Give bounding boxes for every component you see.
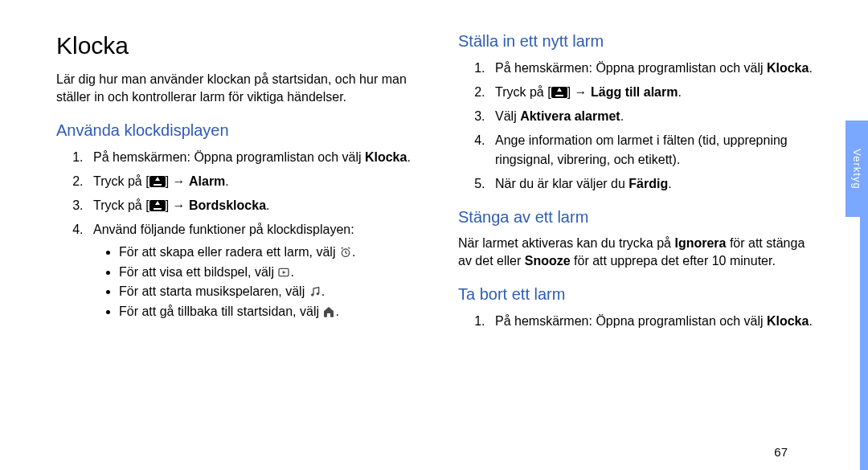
list-item: Använd följande funktioner på klockdispl… <box>87 220 418 322</box>
paragraph: När larmet aktiveras kan du trycka på Ig… <box>458 235 820 271</box>
text: För att visa ett bildspel, välj <box>119 265 277 279</box>
list-item: Ange information om larmet i fälten (tid… <box>489 131 820 170</box>
slideshow-icon <box>277 266 290 279</box>
bold-text: Ignorera <box>674 236 726 250</box>
text: . <box>352 245 355 259</box>
text: På hemskärmen: Öppna programlistan och v… <box>495 314 767 328</box>
section-heading: Ställa in ett nytt larm <box>458 32 820 51</box>
step-list: På hemskärmen: Öppna programlistan och v… <box>458 59 820 194</box>
text: . <box>290 265 293 279</box>
list-item: För att starta musikspelaren, välj . <box>119 282 418 302</box>
text: Tryck på [ <box>93 174 149 188</box>
svg-point-4 <box>316 292 318 295</box>
text: På hemskärmen: Öppna programlistan och v… <box>93 150 365 164</box>
bold-text: Alarm <box>189 174 225 188</box>
text: Tryck på [ <box>495 85 551 99</box>
side-tab: Verktyg <box>845 121 868 217</box>
text: . <box>620 109 624 123</box>
text: ] → <box>166 174 189 188</box>
text: . <box>809 314 812 328</box>
section-heading: Använda klockdisplayen <box>56 121 418 140</box>
list-item: På hemskärmen: Öppna programlistan och v… <box>87 148 418 167</box>
section-heading: Stänga av ett larm <box>458 208 820 227</box>
list-item: När du är klar väljer du Färdig. <box>489 174 820 194</box>
svg-point-3 <box>311 294 313 296</box>
page-number: 67 <box>774 445 788 459</box>
text: . <box>225 174 228 188</box>
list-item: På hemskärmen: Öppna programlistan och v… <box>489 312 820 331</box>
text: För att gå tillbaka till startsidan, väl… <box>119 304 322 318</box>
text: . <box>678 85 681 99</box>
text: När larmet aktiveras kan du trycka på <box>458 236 674 250</box>
bullet-list: För att skapa eller radera ett larm, väl… <box>93 243 418 322</box>
step-list: På hemskärmen: Öppna programlistan och v… <box>458 312 820 331</box>
text: När du är klar väljer du <box>495 177 628 190</box>
bold-text: Lägg till alarm <box>591 85 678 99</box>
section-heading: Ta bort ett larm <box>458 285 820 304</box>
bold-text: Bordsklocka <box>189 198 266 212</box>
list-item: För att visa ett bildspel, välj . <box>119 263 418 283</box>
step-list: På hemskärmen: Öppna programlistan och v… <box>56 148 418 322</box>
bold-text: Klocka <box>767 61 809 75</box>
text: Välj <box>495 109 520 123</box>
right-column: Ställa in ett nytt larm På hemskärmen: Ö… <box>458 32 820 454</box>
text: för att upprepa det efter 10 minuter. <box>571 254 776 268</box>
text: För att skapa eller radera ett larm, väl… <box>119 245 339 259</box>
side-tab-label: Verktyg <box>851 149 863 189</box>
text: ] → <box>166 198 189 212</box>
text: Använd följande funktioner på klockdispl… <box>93 223 354 236</box>
text: . <box>266 198 269 212</box>
svg-marker-2 <box>283 271 286 274</box>
text: . <box>321 284 325 298</box>
list-item: För att gå tillbaka till startsidan, väl… <box>119 302 418 322</box>
left-column: Klocka Lär dig hur man använder klockan … <box>56 32 418 454</box>
list-item: Tryck på [] → Bordsklocka. <box>87 196 418 215</box>
bold-text: Klocka <box>365 150 407 164</box>
music-icon <box>309 285 321 298</box>
document-page: Klocka Lär dig hur man använder klockan … <box>0 0 868 470</box>
home-icon <box>322 305 335 318</box>
menu-icon <box>149 176 166 187</box>
list-item: Tryck på [] → Alarm. <box>87 172 418 191</box>
page-title: Klocka <box>56 32 418 59</box>
intro-text: Lär dig hur man använder klockan på star… <box>56 71 418 107</box>
menu-icon <box>149 200 166 211</box>
text: . <box>668 177 671 190</box>
text: Tryck på [ <box>93 198 149 212</box>
bold-text: Aktivera alarmet <box>520 109 620 123</box>
list-item: Tryck på [] → Lägg till alarm. <box>489 83 820 102</box>
bold-text: Klocka <box>767 314 809 328</box>
list-item: För att skapa eller radera ett larm, väl… <box>119 243 418 263</box>
list-item: På hemskärmen: Öppna programlistan och v… <box>489 59 820 78</box>
list-item: Välj Aktivera alarmet. <box>489 107 820 126</box>
menu-icon <box>551 87 567 98</box>
side-strip <box>860 217 868 470</box>
text: . <box>809 61 812 75</box>
bold-text: Färdig <box>628 177 668 190</box>
alarm-icon <box>339 246 352 259</box>
text: . <box>407 150 410 164</box>
bold-text: Snooze <box>525 254 571 268</box>
text: För att starta musikspelaren, välj <box>119 284 309 298</box>
text: ] → <box>567 85 591 99</box>
text: På hemskärmen: Öppna programlistan och v… <box>495 61 767 75</box>
text: . <box>335 304 338 318</box>
